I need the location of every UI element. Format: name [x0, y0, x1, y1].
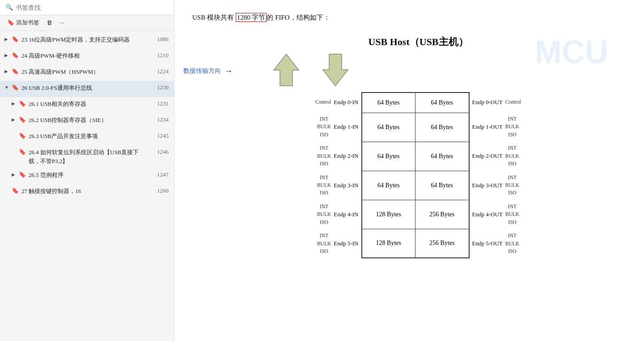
bookmark-icon: 🔖 [12, 84, 19, 91]
right-label-row: Endp 1-OUTINT BULK ISO [472, 112, 520, 141]
more-options-button[interactable]: ··· [58, 18, 66, 27]
in-size-cell: 64 Bytes [362, 93, 415, 113]
sidebar: 🔍 🔖 添加书签 🗑 ··· ▶🔖23 16位高级PWM定时器，支持正交编码器1… [0, 0, 174, 341]
out-size-cell: 64 Bytes [415, 171, 469, 200]
in-size-cell: 64 Bytes [362, 171, 415, 200]
sidebar-item-item-23[interactable]: ▶🔖23 16位高级PWM定时器，支持正交编码器1086 [0, 33, 174, 49]
left-type-label: INT BULK ISO [317, 144, 331, 168]
nav-item-page: 1210 [151, 52, 169, 59]
table-row: 128 Bytes256 Bytes [362, 229, 469, 258]
table-row: 64 Bytes64 Bytes [362, 142, 469, 171]
endpoint-out-label: Endp 4-OUT [472, 211, 503, 218]
left-type-label: INT BULK ISO [317, 203, 331, 226]
table-row: 64 Bytes64 Bytes [362, 93, 469, 113]
nav-item-page: 1230 [151, 84, 169, 91]
data-direction-container: 数据传输方向 → [183, 66, 233, 76]
in-size-cell: 64 Bytes [362, 142, 415, 171]
sidebar-item-item-25[interactable]: ▶🔖25 高速高级PWM（HSPWM）1224 [0, 65, 174, 81]
intro-text: USB 模块共有 1280 字节的 FIFO，结构如下： [192, 13, 626, 22]
sidebar-item-item-27[interactable]: 🔖27 触摸按键控制器，161260 [0, 184, 174, 200]
sidebar-item-item-26-2[interactable]: ▶🔖26.2 USB控制器寄存器（SIE）1234 [0, 113, 174, 129]
right-label-row: Endp 2-OUTINT BULK ISO [472, 142, 520, 171]
table-row: 64 Bytes64 Bytes [362, 113, 469, 142]
expand-arrow-icon: ▶ [12, 172, 16, 177]
bookmark-toolbar: 🔖 添加书签 🗑 ··· [0, 15, 174, 31]
out-size-cell: 64 Bytes [415, 142, 469, 171]
bookmark-icon: 🔖 [12, 36, 19, 43]
nav-item-page: 1246 [151, 148, 169, 156]
left-label-row: INT BULK ISOEndp 4-IN [317, 200, 359, 229]
out-size-cell: 64 Bytes [415, 93, 469, 113]
right-label-row: Endp 3-OUTINT BULK ISO [472, 171, 520, 200]
sidebar-item-item-26-4[interactable]: 🔖26.4 如何软复位到系统区启动【USB直接下载，不管P3.2】1246 [0, 145, 174, 168]
endpoint-out-label: Endp 2-OUT [472, 152, 503, 160]
left-label-row: INT BULK ISOEndp 2-IN [317, 142, 359, 171]
usb-diagram: USB Host（USB主机） 数据传输方向 → [210, 35, 626, 258]
delete-bookmark-button[interactable]: 🗑 [45, 18, 54, 27]
intro-prefix: USB 模块共有 [192, 14, 236, 21]
nav-item-page: 1234 [151, 116, 169, 123]
sidebar-item-item-26-1[interactable]: ▶🔖26.1 USB相关的寄存器1231 [0, 97, 174, 113]
data-direction-label: 数据传输方向 [183, 67, 221, 75]
nav-item-page: 1231 [151, 100, 169, 107]
bookmark-icon: 🔖 [19, 171, 26, 178]
out-size-cell: 256 Bytes [415, 200, 469, 229]
sidebar-item-item-24[interactable]: ▶🔖24 高级PWM-硬件移相1210 [0, 49, 174, 65]
bookmark-icon: 🔖 [19, 100, 26, 107]
table-container: ControlEndp 0-ININT BULK ISOEndp 1-ININT… [315, 92, 521, 258]
left-type-label: Control [315, 98, 331, 106]
endpoint-in-label: Endp 4-IN [334, 211, 358, 218]
more-icon: ··· [59, 19, 64, 26]
right-label-row: Endp 5-OUTINT BULK ISO [472, 229, 520, 258]
expand-arrow-icon: ▶ [4, 69, 9, 74]
expand-arrow-icon: ▼ [4, 85, 9, 90]
arrow-up-container [273, 53, 300, 88]
nav-item-page: 1247 [151, 171, 169, 178]
nav-item-label: 26.4 如何软复位到系统区启动【USB直接下载，不管P3.2】 [29, 148, 148, 165]
search-input[interactable] [16, 4, 169, 11]
right-type-label: Control [505, 98, 521, 106]
nav-item-page: 1245 [151, 132, 169, 139]
bookmark-icon: 🔖 [19, 132, 26, 139]
nav-item-page: 1260 [151, 187, 169, 194]
endpoint-out-label: Endp 3-OUT [472, 182, 503, 189]
left-type-label: INT BULK ISO [317, 115, 331, 139]
bookmark-icon: 🔖 [12, 52, 19, 59]
in-size-cell: 64 Bytes [362, 113, 415, 142]
nav-list: ▶🔖23 16位高级PWM定时器，支持正交编码器1086▶🔖24 高级PWM-硬… [0, 31, 174, 341]
endpoint-in-label: Endp 2-IN [334, 152, 358, 160]
right-type-label: INT BULK ISO [505, 115, 519, 139]
left-labels-column: ControlEndp 0-ININT BULK ISOEndp 1-ININT… [315, 92, 358, 258]
expand-arrow-icon: ▶ [4, 37, 9, 42]
right-type-label: INT BULK ISO [505, 144, 519, 168]
left-label-row: INT BULK ISOEndp 5-IN [317, 229, 359, 258]
endpoint-in-label: Endp 5-IN [334, 240, 358, 247]
arrow-down-icon [322, 53, 349, 87]
in-size-cell: 128 Bytes [362, 200, 415, 229]
endpoint-out-label: Endp 1-OUT [472, 123, 503, 131]
right-label-row: Endp 0-OUTControl [472, 92, 521, 112]
right-type-label: INT BULK ISO [505, 232, 519, 255]
nav-item-label: 24 高级PWM-硬件移相 [21, 51, 148, 60]
sidebar-item-item-26[interactable]: ▼🔖26 USB 2.0-FS通用串行总线1230 [0, 81, 174, 97]
sidebar-item-item-26-5[interactable]: ▶🔖26.5 范例程序1247 [0, 168, 174, 184]
arrow-down-container [322, 53, 349, 88]
nav-item-label: 26.3 USB产品开发注意事项 [29, 132, 148, 141]
add-bookmark-button[interactable]: 🔖 添加书签 [5, 18, 41, 28]
right-label-row: Endp 4-OUTINT BULK ISO [472, 200, 520, 229]
sidebar-item-item-26-3[interactable]: 🔖26.3 USB产品开发注意事项1245 [0, 129, 174, 145]
expand-arrow-icon: ▶ [12, 101, 16, 106]
left-type-label: INT BULK ISO [317, 232, 331, 255]
nav-item-label: 26.2 USB控制器寄存器（SIE） [29, 116, 148, 125]
endpoint-in-label: Endp 3-IN [334, 182, 358, 189]
nav-item-label: 26.1 USB相关的寄存器 [29, 100, 148, 109]
right-type-label: INT BULK ISO [505, 174, 519, 197]
delete-icon: 🗑 [47, 19, 52, 26]
out-size-cell: 256 Bytes [415, 229, 469, 258]
intro-highlight: 1280 字节 [236, 13, 267, 22]
nav-item-page: 1224 [151, 68, 169, 75]
bookmark-icon: 🔖 [12, 68, 19, 75]
out-size-cell: 64 Bytes [415, 113, 469, 142]
right-type-label: INT BULK ISO [505, 203, 519, 226]
fifo-table: 64 Bytes64 Bytes64 Bytes64 Bytes64 Bytes… [361, 92, 470, 258]
